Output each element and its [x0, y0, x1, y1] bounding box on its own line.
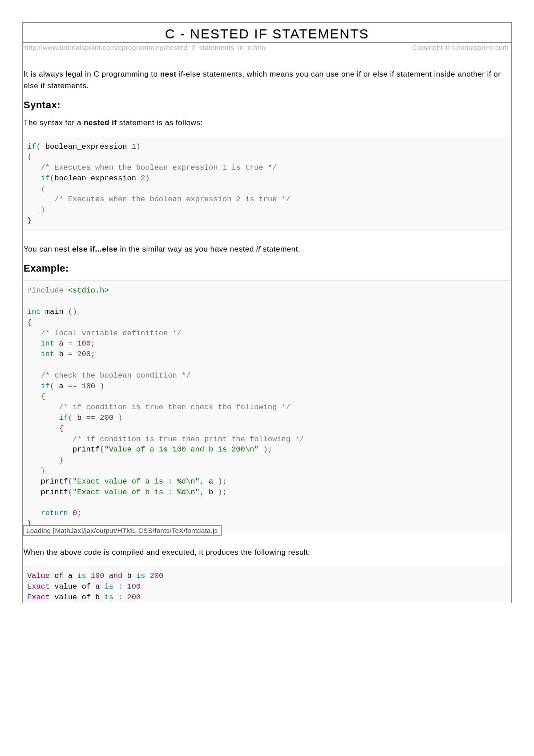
syntax-lead-pre: The syntax for a	[24, 118, 84, 127]
syntax-lead-bold: nested if	[84, 118, 117, 127]
output-code-block: Value of a is 100 and b is 200 Exact val…	[24, 566, 510, 602]
example-code-block: #include <stdio.h> int main () { /* loca…	[24, 280, 510, 534]
syntax-code-block: if( boolean_expression 1) { /* Executes …	[24, 137, 510, 231]
content-area: It is always legal in C programming to n…	[23, 54, 511, 603]
page-title: C - NESTED IF STATEMENTS	[23, 26, 511, 41]
syntax-heading: Syntax:	[24, 99, 510, 111]
intro-paragraph: It is always legal in C programming to n…	[24, 69, 510, 91]
meta-row: http://www.tutorialspoint.com/cprogrammi…	[23, 42, 511, 54]
nest-else-post: statement.	[260, 245, 300, 253]
mathjax-loading-status: Loading [MathJax]/jax/output/HTML-CSS/fo…	[23, 525, 222, 536]
nest-else-mid: in the similar way as you have nested	[117, 245, 256, 253]
nest-else-pre: You can nest	[24, 245, 72, 253]
nest-else-italic: if	[256, 245, 261, 253]
intro-text-pre: It is always legal in C programming to	[24, 70, 160, 78]
copyright-text: Copyright © tutorialspoint.com	[412, 44, 509, 52]
result-lead-paragraph: When the above code is compiled and exec…	[24, 547, 510, 558]
syntax-lead-post: statement is as follows:	[117, 118, 203, 127]
document-frame: C - NESTED IF STATEMENTS http://www.tuto…	[22, 22, 512, 603]
example-heading: Example:	[24, 263, 510, 274]
intro-text-bold: nest	[160, 70, 177, 78]
syntax-lead-paragraph: The syntax for a nested if statement is …	[24, 117, 510, 129]
source-url: http://www.tutorialspoint.com/cprogrammi…	[24, 44, 265, 52]
nest-else-paragraph: You can nest else if...else in the simil…	[24, 244, 510, 255]
nest-else-bold: else if...else	[72, 245, 117, 253]
